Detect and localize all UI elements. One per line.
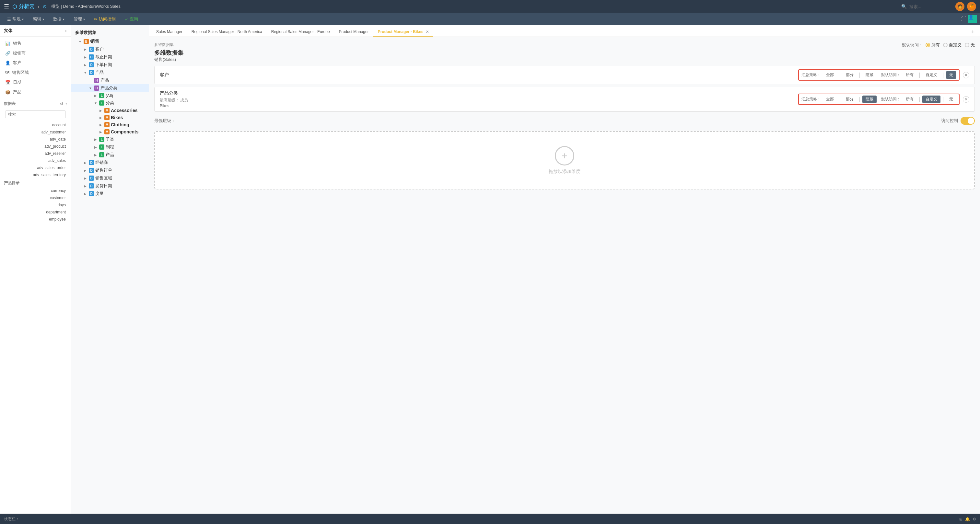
table-item-adv-sales-order[interactable]: adv_sales_order bbox=[0, 164, 71, 171]
tree-node-end-date[interactable]: ▶ D 截止日期 bbox=[71, 53, 149, 61]
expand-icon-components[interactable]: ▶ bbox=[99, 130, 103, 134]
user-avatar[interactable]: 👤 bbox=[968, 15, 977, 23]
category-strategy-hide[interactable]: 隐藏 bbox=[862, 95, 877, 103]
category-close-button[interactable]: ✕ bbox=[963, 96, 969, 103]
sidebar-item-product[interactable]: 📦 产品 bbox=[0, 87, 71, 97]
table-item-adv-product[interactable]: adv_product bbox=[0, 143, 71, 150]
add-entity-button[interactable]: + bbox=[65, 29, 67, 33]
expand-icon[interactable]: ⛶ bbox=[961, 16, 966, 22]
customer-access-custom[interactable]: 自定义 bbox=[922, 71, 940, 79]
tab-product-manager[interactable]: Product Manager bbox=[334, 27, 373, 37]
back-icon[interactable]: ‹ bbox=[38, 3, 40, 10]
expand-icon-end-date[interactable]: ▶ bbox=[83, 56, 88, 59]
menu-regular[interactable]: ☰ 常规 ▾ bbox=[3, 15, 27, 23]
customer-strategy-all[interactable]: 全部 bbox=[823, 71, 837, 79]
expand-icon-ship-date[interactable]: ▶ bbox=[83, 184, 88, 188]
access-radio-custom[interactable]: 自定义 bbox=[943, 42, 961, 48]
menu-query[interactable]: ✓ 查询 bbox=[121, 15, 142, 23]
menu-edit[interactable]: 编辑 ▾ bbox=[29, 15, 48, 23]
tree-node-components[interactable]: ▶ M Components bbox=[71, 128, 149, 135]
category-strategy-partial[interactable]: 部分 bbox=[843, 95, 857, 103]
menu-access-control[interactable]: ✏ 访问控制 bbox=[90, 15, 119, 23]
tree-node-product-l[interactable]: ▶ L 产品 bbox=[71, 151, 149, 159]
sidebar-item-reseller[interactable]: 🔗 经销商 bbox=[0, 48, 71, 58]
access-radio-all[interactable]: 所有 bbox=[926, 42, 940, 48]
tree-node-product-d[interactable]: ▼ D 产品 bbox=[71, 69, 149, 76]
tab-regional-europe[interactable]: Regional Sales Manager - Europe bbox=[267, 27, 334, 37]
expand-icon-subcat[interactable]: ▶ bbox=[93, 138, 98, 141]
table-item-adv-date[interactable]: adv_date bbox=[0, 136, 71, 143]
tab-regional-north-america[interactable]: Regional Sales Manager - North America bbox=[187, 27, 267, 37]
hamburger-icon[interactable]: ☰ bbox=[4, 3, 9, 10]
customer-access-none[interactable]: 无 bbox=[946, 71, 956, 79]
table-item-customer[interactable]: customer bbox=[0, 194, 71, 202]
tab-product-manager-bikes[interactable]: Product Manager - Bikes ✕ bbox=[373, 27, 434, 37]
tree-node-sales[interactable]: ▼ E 销售 bbox=[71, 38, 149, 45]
category-strategy-all[interactable]: 全部 bbox=[823, 95, 837, 103]
sidebar-item-customer[interactable]: 👤 客户 bbox=[0, 58, 71, 68]
refresh-icon[interactable]: ↺ bbox=[60, 102, 63, 106]
tree-node-clothing[interactable]: ▶ M Clothing bbox=[71, 121, 149, 128]
avatar-user2[interactable]: 🍊 bbox=[967, 2, 976, 11]
tree-node-subcat[interactable]: ▶ L 子类 bbox=[71, 135, 149, 143]
customer-strategy-partial[interactable]: 部分 bbox=[843, 71, 857, 79]
expand-icon-customer[interactable]: ▶ bbox=[83, 48, 88, 51]
category-access-all[interactable]: 所有 bbox=[902, 95, 917, 103]
table-item-adv-sales[interactable]: adv_sales bbox=[0, 157, 71, 164]
menu-admin[interactable]: 管理 ▾ bbox=[70, 15, 89, 23]
tree-node-sales-territory[interactable]: ▶ D 销售区域 bbox=[71, 174, 149, 182]
expand-icon-product-category[interactable]: ▼ bbox=[88, 86, 93, 90]
expand-icon-reseller[interactable]: ▶ bbox=[83, 161, 88, 165]
table-search-input[interactable] bbox=[5, 110, 66, 118]
expand-icon-sales[interactable]: ▼ bbox=[78, 40, 82, 43]
table-item-adv-sales-territory[interactable]: adv_sales_territory bbox=[0, 171, 71, 178]
tree-node-process[interactable]: ▶ L 制程 bbox=[71, 143, 149, 151]
category-access-none[interactable]: 无 bbox=[946, 95, 956, 103]
expand-icon-product-l[interactable]: ▶ bbox=[93, 153, 98, 157]
expand-icon-process[interactable]: ▶ bbox=[93, 145, 98, 149]
sidebar-item-sales[interactable]: 📊 销售 bbox=[0, 38, 71, 48]
tree-node-measure[interactable]: ▶ D 度量 bbox=[71, 190, 149, 198]
access-control-toggle[interactable] bbox=[961, 117, 975, 125]
tree-node-order-date[interactable]: ▶ D 下单日期 bbox=[71, 61, 149, 69]
expand-icon-sales-territory[interactable]: ▶ bbox=[83, 176, 88, 180]
table-item-account[interactable]: account bbox=[0, 121, 71, 129]
customer-access-all[interactable]: 所有 bbox=[902, 71, 917, 79]
expand-icon-clothing[interactable]: ▶ bbox=[99, 123, 103, 127]
expand-icon-bikes[interactable]: ▶ bbox=[99, 116, 103, 119]
drop-zone[interactable]: + 拖放以添加维度 bbox=[154, 131, 975, 189]
tab-close-icon[interactable]: ✕ bbox=[426, 30, 429, 34]
search-input[interactable] bbox=[909, 4, 948, 9]
tree-node-category[interactable]: ▼ L 分类 bbox=[71, 99, 149, 107]
avatar-user1[interactable]: 🧑 bbox=[955, 2, 964, 11]
tree-node-bikes[interactable]: ▶ M Bikes bbox=[71, 114, 149, 121]
upload-icon[interactable]: ↑ bbox=[65, 102, 67, 106]
table-item-currency[interactable]: currency bbox=[0, 187, 71, 194]
expand-icon-all[interactable]: ▶ bbox=[93, 94, 98, 97]
customer-strategy-hide[interactable]: 隐藏 bbox=[862, 71, 877, 79]
customer-close-button[interactable]: ✕ bbox=[963, 72, 969, 78]
table-item-department[interactable]: department bbox=[0, 208, 71, 216]
expand-icon-product-d[interactable]: ▼ bbox=[83, 71, 88, 75]
expand-icon-sales-order[interactable]: ▶ bbox=[83, 169, 88, 172]
tree-node-reseller[interactable]: ▶ D 经销商 bbox=[71, 159, 149, 167]
tree-node-ship-date[interactable]: ▶ D 发货日期 bbox=[71, 182, 149, 190]
menu-data[interactable]: 数据 ▾ bbox=[49, 15, 68, 23]
tree-node-product-h[interactable]: H 产品 bbox=[71, 76, 149, 84]
expand-icon-accessories[interactable]: ▶ bbox=[99, 109, 103, 113]
table-item-adv-reseller[interactable]: adv_reseller bbox=[0, 150, 71, 157]
tree-node-all[interactable]: ▶ L (All) bbox=[71, 92, 149, 99]
expand-icon-category[interactable]: ▼ bbox=[93, 102, 98, 105]
tree-node-product-category[interactable]: ▼ H 产品分类 bbox=[71, 84, 149, 92]
category-access-custom[interactable]: 自定义 bbox=[922, 95, 940, 103]
add-tab-button[interactable]: + bbox=[968, 27, 977, 37]
tree-node-sales-order[interactable]: ▶ D 销售订单 bbox=[71, 167, 149, 174]
table-item-adv-customer[interactable]: adv_customer bbox=[0, 129, 71, 136]
sidebar-item-territory[interactable]: 🗺 销售区域 bbox=[0, 68, 71, 78]
tree-node-customer[interactable]: ▶ D 客户 bbox=[71, 45, 149, 53]
tab-sales-manager[interactable]: Sales Manager bbox=[152, 27, 187, 37]
sidebar-item-date[interactable]: 📅 日期 bbox=[0, 78, 71, 87]
tree-node-accessories[interactable]: ▶ M Accessories bbox=[71, 107, 149, 114]
table-item-days[interactable]: days bbox=[0, 202, 71, 208]
expand-icon-order-date[interactable]: ▶ bbox=[83, 63, 88, 67]
